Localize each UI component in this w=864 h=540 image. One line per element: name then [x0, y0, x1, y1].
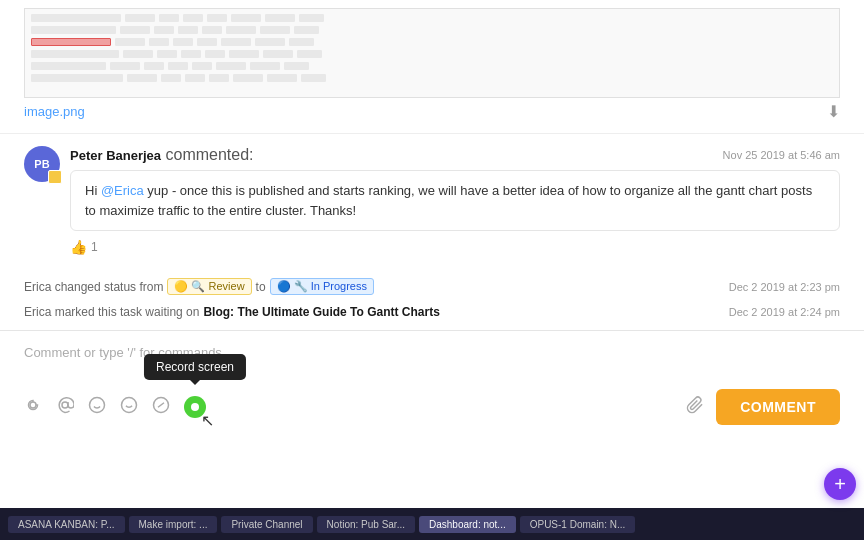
spreadsheet-preview [24, 8, 840, 98]
comment-timestamp: Nov 25 2019 at 5:46 am [723, 149, 840, 161]
slash-icon[interactable] [152, 396, 170, 419]
svg-point-1 [62, 402, 68, 408]
smiley-icon[interactable] [120, 396, 138, 419]
at-icon[interactable] [56, 396, 74, 419]
comment-bubble: Hi @Erica yup - once this is published a… [70, 170, 840, 231]
taskbar-item-5[interactable]: Dashboard: not... [419, 516, 516, 533]
emoji-icon[interactable] [88, 396, 106, 419]
svg-point-2 [90, 397, 105, 412]
status-badge-review: 🟡 🔍 Review [167, 278, 251, 295]
taskbar-item-6[interactable]: OPUS-1 Domain: N... [520, 516, 636, 533]
like-count: 1 [91, 240, 98, 254]
status-line-2: Erica marked this task waiting on Blog: … [24, 300, 840, 324]
comment-button[interactable]: COMMENT [716, 389, 840, 425]
avatar-badge [48, 170, 62, 184]
status-timestamp-2: Dec 2 2019 at 2:24 pm [729, 306, 840, 318]
taskbar-item-3[interactable]: Private Channel [221, 516, 312, 533]
status-link[interactable]: Blog: The Ultimate Guide To Gantt Charts [203, 305, 439, 319]
record-tooltip: Record screen [144, 354, 246, 380]
taskbar-item-2[interactable]: Make import: ... [129, 516, 218, 533]
attach-icon[interactable] [686, 396, 704, 419]
mention-icon[interactable] [24, 396, 42, 419]
like-icon[interactable]: 👍 [70, 239, 87, 255]
status-line-1: Erica changed status from 🟡 🔍 Review to … [24, 273, 840, 300]
image-filename[interactable]: image.png [24, 104, 85, 119]
comment-section: PB Peter Banerjea commented: Nov 25 2019… [0, 134, 864, 267]
status-changes: Erica changed status from 🟡 🔍 Review to … [0, 267, 864, 330]
toolbar-left: Record screen ↖ [24, 396, 206, 419]
avatar: PB [24, 146, 60, 182]
record-icon[interactable]: Record screen ↖ [184, 396, 206, 418]
toolbar-right: COMMENT [686, 389, 840, 425]
image-section: image.png ⬇ [0, 0, 864, 134]
svg-point-0 [30, 402, 36, 408]
comment-toolbar: Record screen ↖ COMMENT [24, 389, 840, 425]
comment-action: commented: [166, 146, 254, 163]
main-container: image.png ⬇ PB Peter Banerjea commented:… [0, 0, 864, 540]
status-timestamp-1: Dec 2 2019 at 2:23 pm [729, 281, 840, 293]
mention: @Erica [101, 183, 144, 198]
svg-line-7 [158, 402, 164, 407]
taskbar: ASANA KANBAN: P... Make import: ... Priv… [0, 508, 864, 540]
svg-point-5 [122, 397, 137, 412]
plus-button[interactable]: + [824, 468, 856, 500]
taskbar-item-4[interactable]: Notion: Pub Sar... [317, 516, 415, 533]
svg-point-8 [191, 403, 199, 411]
comment-body: Peter Banerjea commented: Nov 25 2019 at… [70, 146, 840, 255]
commenter-name: Peter Banerjea [70, 148, 161, 163]
cursor-icon: ↖ [201, 411, 214, 430]
taskbar-item-1[interactable]: ASANA KANBAN: P... [8, 516, 125, 533]
download-icon[interactable]: ⬇ [827, 102, 840, 121]
status-badge-inprogress: 🔵 🔧 In Progress [270, 278, 374, 295]
